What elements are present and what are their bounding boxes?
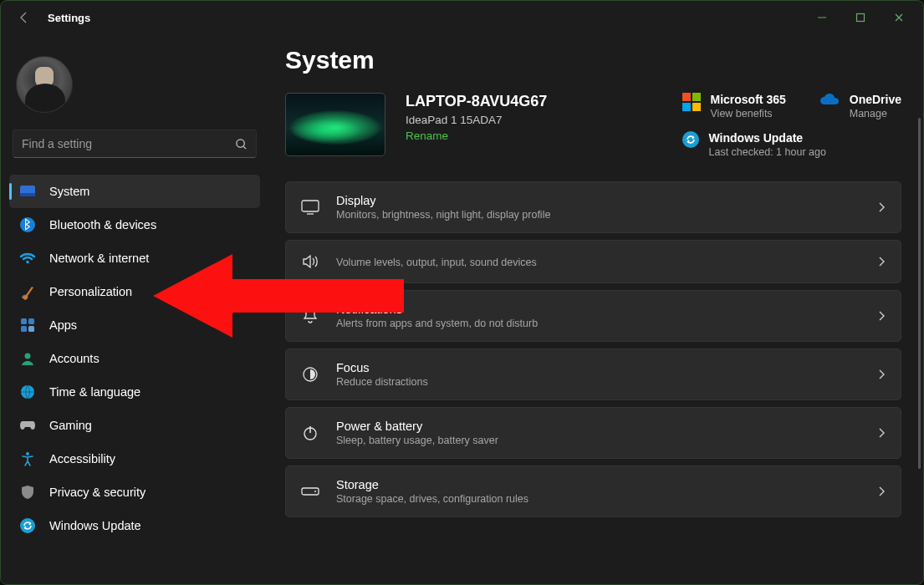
titlebar: Settings [1,1,923,34]
svg-rect-19 [692,103,701,111]
card-title: Display [336,194,860,207]
sound-icon [301,252,319,271]
chevron-right-icon [877,201,886,213]
main-panel: System LAPTOP-8AVU4G67 IdeaPad 1 15ADA7 … [268,34,923,584]
bell-icon [301,307,319,325]
card-power-battery[interactable]: Power & battery Sleep, battery usage, ba… [285,407,901,459]
card-title: Notifications [336,303,860,316]
svg-rect-11 [28,326,34,332]
device-thumbnail[interactable] [285,93,385,156]
sidebar-item-apps[interactable]: Apps [9,308,260,342]
rename-link[interactable]: Rename [406,130,448,142]
cloud-status: Microsoft 365 View benefits OneDrive [682,93,902,158]
wu-sub: Last checked: 1 hour ago [709,146,826,158]
sidebar-item-label: Windows Update [49,519,141,532]
m365-label: Microsoft 365 [711,93,786,106]
sidebar-item-bluetooth[interactable]: Bluetooth & devices [9,208,260,242]
svg-rect-8 [21,318,27,324]
sidebar-item-label: Apps [49,318,77,332]
scrollbar[interactable] [918,118,921,469]
card-desc: Reduce distractions [336,376,860,388]
settings-window: Settings [0,0,924,585]
svg-point-15 [20,518,35,533]
card-display[interactable]: Display Monitors, brightness, night ligh… [285,181,901,233]
settings-cards: Display Monitors, brightness, night ligh… [285,181,901,517]
close-button[interactable] [880,4,918,31]
svg-rect-1 [857,14,865,22]
svg-rect-5 [20,193,35,196]
windows-update-icon [682,131,699,148]
svg-point-20 [682,131,699,148]
windows-update-link[interactable]: Windows Update Last checked: 1 hour ago [682,131,902,158]
sidebar-item-label: System [49,185,89,198]
card-desc: Volume levels, output, input, sound devi… [336,257,860,268]
m365-sub: View benefits [711,108,786,120]
svg-rect-17 [692,93,701,101]
sidebar-item-system[interactable]: System [9,175,260,208]
chevron-right-icon [877,427,886,439]
apps-icon [19,317,36,333]
card-desc: Sleep, battery usage, battery saver [336,435,860,446]
card-focus[interactable]: Focus Reduce distractions [285,348,901,400]
svg-point-14 [26,452,29,455]
onedrive-link[interactable]: OneDrive Manage [819,93,901,120]
sidebar-item-privacy[interactable]: Privacy & security [9,476,260,509]
accounts-icon [19,350,36,367]
sidebar-item-windows-update[interactable]: Windows Update [9,509,260,542]
shield-icon [19,484,36,501]
sidebar-item-label: Privacy & security [49,486,145,499]
microsoft-365-icon [682,93,701,111]
avatar[interactable] [16,56,73,113]
sidebar-item-label: Bluetooth & devices [49,218,156,231]
svg-point-6 [20,217,35,232]
chevron-right-icon [877,310,886,322]
sidebar-item-network[interactable]: Network & internet [9,242,260,275]
gamepad-icon [19,417,36,434]
search-input[interactable] [22,137,235,150]
onedrive-label: OneDrive [850,93,901,106]
accessibility-icon [19,450,36,467]
sidebar-item-accessibility[interactable]: Accessibility [9,442,260,476]
sidebar-item-label: Time & language [49,385,140,399]
search-icon [235,138,248,150]
paintbrush-icon [19,283,36,300]
sidebar-item-accounts[interactable]: Accounts [9,342,260,375]
card-title: Focus [336,361,860,374]
svg-rect-16 [682,93,691,101]
back-icon[interactable] [18,11,31,24]
card-sound[interactable]: Volume levels, output, input, sound devi… [285,240,901,283]
device-row: LAPTOP-8AVU4G67 IdeaPad 1 15ADA7 Rename [285,93,901,158]
svg-point-7 [26,261,29,264]
chevron-right-icon [877,256,886,267]
card-desc: Storage space, drives, configuration rul… [336,493,860,505]
display-icon [301,198,319,216]
card-title: Power & battery [336,420,860,433]
chevron-right-icon [877,486,886,497]
minimize-button[interactable] [803,4,841,31]
sidebar-item-time-language[interactable]: Time & language [9,375,260,409]
card-desc: Monitors, brightness, night light, displ… [336,209,860,221]
sidebar: System Bluetooth & devices Network & int… [1,34,268,584]
svg-point-12 [25,354,31,359]
card-title: Storage [336,478,860,491]
svg-rect-10 [21,326,27,332]
sidebar-item-label: Network & internet [49,252,149,265]
svg-rect-9 [28,318,34,324]
nav-list: System Bluetooth & devices Network & int… [9,175,260,542]
sidebar-item-gaming[interactable]: Gaming [9,409,260,442]
window-controls [803,4,918,31]
maximize-button[interactable] [841,4,880,31]
device-name: LAPTOP-8AVU4G67 [406,93,547,110]
sidebar-item-label: Personalization [49,285,132,298]
card-storage[interactable]: Storage Storage space, drives, configura… [285,465,901,517]
card-notifications[interactable]: Notifications Alerts from apps and syste… [285,290,901,342]
sidebar-item-label: Gaming [49,419,92,432]
sidebar-item-personalization[interactable]: Personalization [9,275,260,308]
power-icon [301,424,319,442]
svg-line-3 [243,146,246,149]
bluetooth-icon [19,216,36,233]
search-box[interactable] [13,130,257,158]
sidebar-item-label: Accounts [49,352,100,365]
svg-rect-21 [302,201,319,211]
microsoft-365-link[interactable]: Microsoft 365 View benefits [682,93,786,120]
